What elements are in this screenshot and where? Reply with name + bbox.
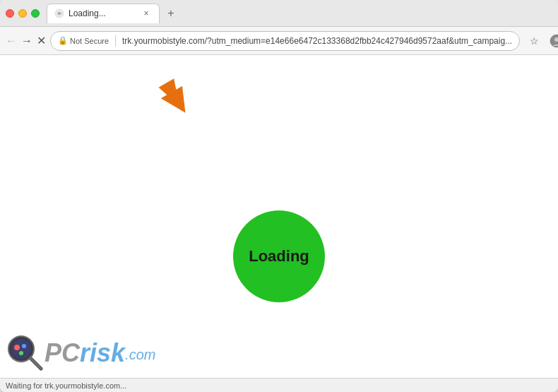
- pcrisk-dotcom-text: .com: [125, 347, 155, 363]
- profile-icon: [550, 34, 558, 48]
- pcrisk-pc-text: PC: [44, 340, 80, 366]
- pcrisk-text-group: PC risk .com: [44, 340, 155, 366]
- svg-marker-6: [155, 77, 194, 120]
- svg-point-9: [14, 345, 20, 350]
- tab-bar: Loading... × +: [47, 4, 552, 23]
- security-badge: 🔒 Not Secure: [58, 36, 109, 45]
- maximize-button[interactable]: [31, 9, 40, 18]
- forward-button[interactable]: →: [21, 31, 32, 51]
- title-bar: Loading... × +: [0, 0, 558, 27]
- active-tab[interactable]: Loading... ×: [47, 4, 160, 23]
- pcrisk-icon: [6, 333, 44, 372]
- status-text: Waiting for trk.yourmobistyle.com...: [6, 381, 126, 390]
- svg-line-13: [30, 358, 41, 369]
- back-button[interactable]: ←: [6, 31, 17, 51]
- tab-title: Loading...: [69, 8, 136, 18]
- tab-close-button[interactable]: ×: [141, 8, 152, 19]
- lock-icon: 🔒: [58, 36, 68, 45]
- arrow-icon: [155, 76, 198, 122]
- new-tab-button[interactable]: +: [162, 5, 179, 22]
- svg-point-11: [19, 351, 23, 355]
- status-bar: Waiting for trk.yourmobistyle.com...: [0, 378, 558, 392]
- browser-window: Loading... × + ← → ✕ 🔒 Not Secure trk.yo…: [0, 0, 558, 392]
- profile-button[interactable]: [547, 31, 558, 51]
- toolbar-right: ☆ !: [524, 31, 558, 51]
- url-divider: [115, 35, 116, 47]
- url-bar[interactable]: 🔒 Not Secure trk.yourmobistyle.com/?utm_…: [50, 31, 520, 51]
- pcrisk-risk-text: risk: [80, 340, 125, 366]
- tab-favicon-icon: [54, 8, 64, 18]
- svg-point-10: [22, 344, 26, 348]
- loading-circle: Loading: [233, 210, 325, 302]
- pcrisk-watermark: PC risk .com: [6, 333, 155, 372]
- window-controls: [6, 9, 40, 18]
- url-text: trk.yourmobistyle.com/?utm_medium=e14e66…: [122, 36, 512, 46]
- loading-text: Loading: [249, 247, 309, 266]
- svg-point-8: [11, 339, 31, 359]
- security-label: Not Secure: [70, 37, 109, 45]
- address-bar: ← → ✕ 🔒 Not Secure trk.yourmobistyle.com…: [0, 27, 558, 55]
- bookmark-button[interactable]: ☆: [524, 31, 544, 51]
- close-button[interactable]: [6, 9, 14, 18]
- page-content: Loading PC risk .com: [0, 55, 558, 378]
- minimize-button[interactable]: [18, 9, 27, 18]
- reload-button[interactable]: ✕: [37, 31, 46, 51]
